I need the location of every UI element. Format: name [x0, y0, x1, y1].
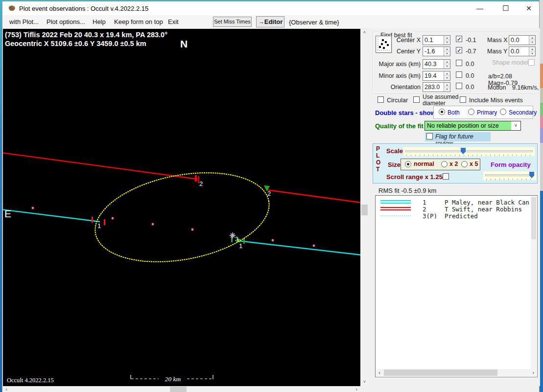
circular-checkbox[interactable] [378, 96, 384, 103]
predicted-color-sample [380, 215, 411, 216]
shape-model-checkbox[interactable] [528, 59, 535, 66]
center-x-checkbox[interactable]: ✓ [456, 36, 462, 42]
center-y-spinbox[interactable]: -1.6 ▲▼ [423, 46, 450, 56]
size-label: Size [388, 161, 401, 168]
menu-help[interactable]: Help [93, 18, 106, 25]
spin-up-icon[interactable]: ▲ [444, 71, 450, 76]
horizontal-scroll-thumb[interactable] [170, 387, 187, 392]
plot-letter-p: P [376, 145, 380, 152]
spin-up-icon[interactable]: ▲ [444, 47, 450, 51]
chord2-color-sample [380, 207, 411, 210]
plot-horizontal-scrollbar[interactable]: ‹ › [2, 386, 360, 392]
include-miss-checkbox[interactable] [460, 96, 466, 103]
center-x-label: Center X [374, 37, 421, 44]
observation-row[interactable]: 2 T Swift, near Robbins [376, 206, 537, 212]
dropdown-arrow-icon[interactable]: ˅ [511, 121, 520, 130]
spin-down-icon[interactable]: ▼ [444, 40, 450, 45]
scale-slider[interactable] [403, 147, 535, 156]
radio-size-x5[interactable] [461, 161, 468, 167]
observation-name: Predicted [445, 212, 478, 220]
app-window: Plot event observations : Occult v.4.202… [2, 1, 540, 392]
spin-down-icon[interactable]: ▼ [444, 64, 450, 69]
maximize-button[interactable]: ☐ [495, 1, 517, 15]
scroll-up-arrow[interactable]: ˄ [361, 29, 368, 37]
spin-down-icon[interactable]: ▼ [529, 40, 535, 45]
opacity-slider-thumb[interactable] [529, 172, 534, 178]
list-scroll-right-arrow[interactable]: › [530, 369, 537, 376]
radio-size-normal[interactable] [405, 161, 411, 167]
mass-x-value[interactable]: 0.0 [511, 37, 519, 44]
spin-down-icon[interactable]: ▼ [444, 87, 450, 92]
center-x-value[interactable]: 0.1 [425, 37, 433, 44]
chord1-d-label: 1 [97, 222, 101, 230]
spin-down-icon[interactable]: ▼ [444, 51, 450, 56]
scroll-right-arrow[interactable]: › [353, 386, 360, 392]
list-vertical-scrollbar[interactable] [531, 196, 537, 369]
minor-axis-checkbox[interactable] [456, 71, 462, 78]
close-button[interactable]: ✕ [518, 1, 540, 15]
radio-size-x2[interactable] [441, 161, 448, 167]
minimize-button[interactable]: — [469, 1, 491, 15]
mass-y-value[interactable]: 0.0 [511, 48, 519, 55]
chord1-error-tick-b [104, 219, 105, 225]
menu-plot-options[interactable]: Plot options... [47, 18, 85, 25]
editor-button[interactable]: →Editor [256, 16, 284, 27]
observations-listbox[interactable]: 1 P Maley, near Black Can 2 T Swift, nea… [375, 195, 538, 377]
observation-row[interactable]: 1 P Maley, near Black Can [376, 199, 537, 206]
orientation-value[interactable]: 283.0 [425, 84, 440, 91]
control-panel: Find best fit Center X 0.1 ▲▼ [369, 28, 540, 386]
spin-up-icon[interactable]: ▲ [444, 36, 450, 40]
quality-dropdown[interactable]: No reliable position or size ˅ [425, 121, 521, 131]
orientation-checkbox[interactable] [456, 83, 462, 89]
desktop-strip [540, 128, 543, 143]
minor-axis-value[interactable]: 19.4 [425, 72, 436, 79]
radio-secondary[interactable] [500, 109, 506, 115]
opacity-slider[interactable] [483, 171, 536, 180]
center-y-value[interactable]: -1.6 [425, 48, 435, 55]
center-x-spinbox[interactable]: 0.1 ▲▼ [423, 35, 450, 45]
spin-up-icon[interactable]: ▲ [444, 60, 450, 64]
radio-both[interactable] [439, 109, 445, 115]
list-horizontal-scrollbar[interactable]: ‹ › [376, 369, 537, 376]
menu-exit[interactable]: Exit [168, 18, 179, 25]
scale-slider-ticks [406, 155, 532, 156]
scroll-left-arrow[interactable]: ‹ [2, 386, 10, 392]
title-bar[interactable]: Plot event observations : Occult v.4.202… [2, 1, 539, 15]
size-x2-label: x 2 [449, 161, 458, 167]
list-hscroll-thumb[interactable] [384, 369, 497, 376]
plot-vertical-scrollbar[interactable]: ˄ ˅ [361, 29, 368, 386]
spin-down-icon[interactable]: ▼ [444, 76, 450, 80]
menu-with-plot[interactable]: with Plot... [9, 18, 39, 25]
scroll-down-arrow[interactable]: ˅ [361, 378, 368, 386]
list-vscroll-thumb[interactable] [531, 197, 536, 239]
scale-slider-thumb[interactable] [461, 148, 466, 154]
spin-down-icon[interactable]: ▼ [529, 51, 535, 56]
radio-primary[interactable] [468, 109, 474, 115]
major-axis-value[interactable]: 40.3 [425, 61, 436, 68]
menu-keep-on-top[interactable]: Keep form on top [114, 18, 163, 25]
major-axis-spinbox[interactable]: 40.3 ▲▼ [423, 59, 450, 69]
orientation-spinbox[interactable]: 283.0 ▲▼ [423, 82, 450, 92]
size-normal-label: normal [414, 161, 434, 167]
mass-x-spinbox[interactable]: 0.0 ▲▼ [509, 35, 536, 45]
spin-up-icon[interactable]: ▲ [529, 36, 535, 40]
spin-up-icon[interactable]: ▲ [444, 83, 450, 87]
plot-letter-l: L [376, 152, 379, 159]
mass-y-spinbox[interactable]: 0.0 ▲▼ [509, 46, 536, 56]
plot-version-label: Occult 4.2022.2.15 [7, 377, 54, 384]
center-y-checkbox[interactable]: ✓ [456, 47, 462, 53]
set-miss-times-button[interactable]: Set Miss Times [213, 17, 252, 27]
spin-up-icon[interactable]: ▲ [529, 47, 535, 51]
desktop-strip [540, 191, 543, 392]
list-scroll-left-arrow[interactable]: ‹ [376, 369, 383, 376]
plot-canvas[interactable]: 2 2 1 1 3 (753) Tiflis 2022 Feb 20 40.3 … [3, 29, 360, 386]
flag-review-wrap: Flag for future review [425, 132, 491, 141]
minor-axis-spinbox[interactable]: 19.4 ▲▼ [423, 71, 450, 81]
vertical-scroll-thumb[interactable] [361, 205, 368, 215]
assumed-diameter-checkbox[interactable] [413, 96, 420, 103]
major-axis-checkbox[interactable] [456, 60, 462, 66]
scroll-range-checkbox[interactable] [443, 173, 449, 180]
flag-review-checkbox[interactable] [426, 133, 433, 139]
screen: Plot event observations : Occult v.4.202… [0, 0, 543, 392]
observation-row[interactable]: 3(P) Predicted [376, 212, 537, 219]
